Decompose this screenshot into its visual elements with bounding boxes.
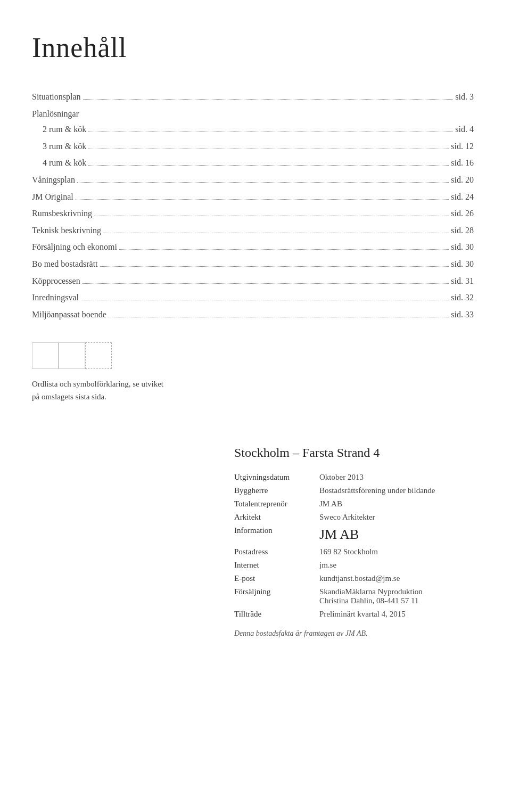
info-row-label: Försäljning <box>234 585 319 608</box>
info-row-label: Byggherre <box>234 484 319 497</box>
toc-entry: Teknisk beskrivningsid. 28 <box>32 224 474 237</box>
toc-entry: Köpprocessensid. 31 <box>32 274 474 288</box>
symbol-description: Ordlista och symbolförklaring, se utvike… <box>32 378 474 403</box>
toc-label: Försäljning och ekonomi <box>32 240 117 254</box>
page-title: Innehåll <box>32 32 474 63</box>
toc-label: Bo med bostadsrätt <box>32 257 98 271</box>
toc-label: JM Original <box>32 190 73 204</box>
toc-label: 4 rum & kök <box>43 156 86 170</box>
symbol-box-dashed <box>85 342 112 369</box>
symbol-box-white <box>59 342 85 369</box>
toc-label: Situationsplan <box>32 90 81 104</box>
info-row: InformationJM AB <box>234 524 474 545</box>
table-of-contents: Situationsplansid. 3Planlösningar2 rum &… <box>32 90 474 321</box>
toc-entry: Bo med bostadsrättsid. 30 <box>32 257 474 271</box>
info-row: TotalentreprenörJM AB <box>234 497 474 511</box>
toc-dots <box>94 216 449 216</box>
info-note: Denna bostadsfakta är framtagen av JM AB… <box>234 629 474 638</box>
toc-dots <box>88 132 453 132</box>
toc-page: sid. 20 <box>451 173 474 187</box>
toc-page: sid. 24 <box>451 190 474 204</box>
toc-page: sid. 31 <box>451 274 474 288</box>
info-row-value: Sweco Arkitekter <box>319 511 474 524</box>
toc-page: sid. 16 <box>451 156 474 170</box>
toc-entry: 4 rum & köksid. 16 <box>32 156 474 170</box>
info-row-label: Totalentreprenör <box>234 497 319 511</box>
info-row-label: Tillträde <box>234 608 319 621</box>
info-row-value: 169 82 Stockholm <box>319 545 474 559</box>
toc-dots <box>77 182 449 183</box>
info-row-label: Information <box>234 524 319 545</box>
toc-label: Köpprocessen <box>32 274 80 288</box>
info-row-value: SkandiaMäklarna NyproduktionChristina Da… <box>319 585 474 608</box>
toc-page: sid. 26 <box>451 207 474 220</box>
toc-dots <box>103 233 449 233</box>
toc-dots <box>83 283 449 284</box>
toc-entry: 2 rum & köksid. 4 <box>32 122 474 136</box>
info-row: FörsäljningSkandiaMäklarna NyproduktionC… <box>234 585 474 608</box>
toc-dots <box>109 317 449 317</box>
info-row: ArkitektSweco Arkitekter <box>234 511 474 524</box>
toc-page: sid. 3 <box>455 90 474 104</box>
toc-parent-label: Planlösningar <box>32 107 474 121</box>
info-row: E-postkundtjanst.bostad@jm.se <box>234 572 474 585</box>
toc-entry: Försäljning och ekonomisid. 30 <box>32 240 474 254</box>
info-row-value: JM AB <box>319 497 474 511</box>
info-table: UtgivningsdatumOktober 2013ByggherreBost… <box>234 471 474 620</box>
info-row: UtgivningsdatumOktober 2013 <box>234 471 474 484</box>
toc-entry: Rumsbeskrivningsid. 26 <box>32 207 474 220</box>
toc-dots <box>100 266 449 267</box>
toc-dots <box>119 249 449 250</box>
info-row-label: Utgivningsdatum <box>234 471 319 484</box>
toc-label: Teknisk beskrivning <box>32 224 101 237</box>
info-row: ByggherreBostadsrättsförening under bild… <box>234 484 474 497</box>
toc-entry: JM Originalsid. 24 <box>32 190 474 204</box>
toc-dots <box>88 149 449 149</box>
info-row-value: Bostadsrättsförening under bildande <box>319 484 474 497</box>
info-row: TillträdePreliminärt kvartal 4, 2015 <box>234 608 474 621</box>
symbol-section: Ordlista och symbolförklaring, se utvike… <box>32 342 474 403</box>
info-row-value: JM AB <box>319 524 474 545</box>
toc-page: sid. 30 <box>451 240 474 254</box>
toc-page: sid. 32 <box>451 291 474 305</box>
toc-label: 2 rum & kök <box>43 122 86 136</box>
toc-page: sid. 4 <box>455 122 474 136</box>
toc-entry: Miljöanpassat boendesid. 33 <box>32 308 474 322</box>
toc-dots <box>88 165 449 166</box>
toc-label: Rumsbeskrivning <box>32 207 92 220</box>
toc-page: sid. 30 <box>451 257 474 271</box>
toc-label: Våningsplan <box>32 173 75 187</box>
info-row-label: E-post <box>234 572 319 585</box>
info-row-label: Arkitekt <box>234 511 319 524</box>
symbol-desc-line2: på omslagets sista sida. <box>32 392 106 401</box>
toc-page: sid. 33 <box>451 308 474 322</box>
info-row-value: jm.se <box>319 559 474 572</box>
toc-entry: 3 rum & köksid. 12 <box>32 140 474 153</box>
toc-entry: Våningsplansid. 20 <box>32 173 474 187</box>
info-row-label: Internet <box>234 559 319 572</box>
toc-entry: Situationsplansid. 3 <box>32 90 474 104</box>
symbol-boxes <box>32 342 474 369</box>
info-title: Stockholm – Farsta Strand 4 <box>234 446 474 460</box>
symbol-desc-line1: Ordlista och symbolförklaring, se utvike… <box>32 380 163 388</box>
info-row-label: Postadress <box>234 545 319 559</box>
symbol-box-empty <box>32 342 59 369</box>
toc-page: sid. 12 <box>451 140 474 153</box>
info-row: Internetjm.se <box>234 559 474 572</box>
toc-dots <box>76 199 449 200</box>
info-row-value: kundtjanst.bostad@jm.se <box>319 572 474 585</box>
toc-dots <box>81 300 449 300</box>
toc-dots <box>83 99 454 100</box>
toc-label: Miljöanpassat boende <box>32 308 106 322</box>
info-row-value: Oktober 2013 <box>319 471 474 484</box>
info-row: Postadress169 82 Stockholm <box>234 545 474 559</box>
toc-entry: Inredningsvalsid. 32 <box>32 291 474 305</box>
info-row-value: Preliminärt kvartal 4, 2015 <box>319 608 474 621</box>
info-section: Stockholm – Farsta Strand 4 Utgivningsda… <box>234 446 474 637</box>
toc-page: sid. 28 <box>451 224 474 237</box>
toc-label: Inredningsval <box>32 291 79 305</box>
toc-label: 3 rum & kök <box>43 140 86 153</box>
